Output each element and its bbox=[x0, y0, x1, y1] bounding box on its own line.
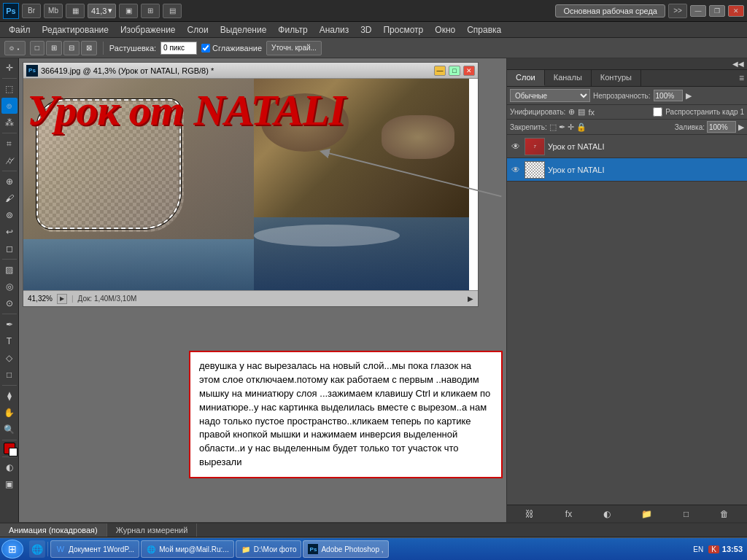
screen-button[interactable]: ▤ bbox=[163, 4, 182, 18]
workspace-button[interactable]: Основная рабочая среда bbox=[555, 4, 665, 18]
menu-layers[interactable]: Слои bbox=[182, 23, 214, 36]
text-tool[interactable]: T bbox=[1, 333, 18, 349]
quick-mask-btn[interactable]: ◐ bbox=[1, 459, 18, 475]
lasso-icon[interactable]: ⌾ ▾ bbox=[4, 41, 26, 55]
unify-style-icon[interactable]: fx bbox=[588, 108, 595, 117]
menu-3d[interactable]: 3D bbox=[355, 23, 377, 36]
pen-tool[interactable]: ✒ bbox=[1, 316, 18, 332]
menu-view[interactable]: Просмотр bbox=[377, 23, 429, 36]
foreground-color[interactable] bbox=[4, 443, 15, 454]
eyedropper-tool[interactable]: ⌭ bbox=[1, 152, 18, 168]
lock-transparent-icon[interactable]: ⬚ bbox=[549, 122, 557, 132]
lasso-tool[interactable]: ⌾ bbox=[1, 98, 18, 114]
history-brush-tool[interactable]: ↩ bbox=[1, 224, 18, 240]
brush-tool[interactable]: 🖌 bbox=[1, 190, 18, 206]
new-group-icon[interactable]: 📁 bbox=[641, 509, 652, 519]
hand-tool[interactable]: ✋ bbox=[1, 405, 18, 421]
fill-arrow[interactable]: ▶ bbox=[738, 122, 744, 132]
view-button[interactable]: ▣ bbox=[119, 4, 138, 18]
quick-select-tool[interactable]: ⁂ bbox=[1, 114, 18, 131]
minibridge-button[interactable]: Mb bbox=[44, 4, 63, 18]
fill-input[interactable] bbox=[707, 121, 736, 133]
opacity-input[interactable] bbox=[654, 90, 683, 101]
taskbar-folder-item[interactable]: 📁 D:\Мои фото bbox=[236, 540, 302, 558]
collapse-button[interactable]: >> bbox=[668, 4, 687, 18]
gradient-tool[interactable]: ▨ bbox=[1, 262, 18, 278]
lang-indicator[interactable]: EN bbox=[691, 545, 705, 553]
doc-close-btn[interactable]: ✕ bbox=[463, 66, 475, 76]
move-tool[interactable]: ✛ bbox=[1, 60, 18, 76]
arrange-button[interactable]: ▦ bbox=[66, 4, 85, 18]
layer-eye-icon[interactable]: 👁 bbox=[510, 141, 522, 152]
scroll-right-btn[interactable]: ▶ bbox=[468, 295, 473, 303]
delete-layer-icon[interactable]: 🗑 bbox=[720, 509, 729, 519]
dodge-tool[interactable]: ⊙ bbox=[1, 295, 18, 311]
layer-eye-icon[interactable]: 👁 bbox=[510, 164, 522, 176]
tab-animation[interactable]: Анимация (покадровая) bbox=[0, 524, 107, 537]
3d-tool[interactable]: ⧫ bbox=[1, 388, 18, 404]
panel-options-btn[interactable]: ≡ bbox=[736, 70, 747, 86]
link-layers-icon[interactable]: ⛓ bbox=[525, 509, 534, 519]
layer-mask-icon[interactable]: ◐ bbox=[603, 509, 611, 519]
new-layer-icon[interactable]: □ bbox=[684, 509, 689, 519]
ie-icon[interactable]: 🌐 bbox=[29, 540, 45, 558]
layer-row[interactable]: 👁 Урок от NATALI bbox=[507, 158, 747, 182]
healing-tool[interactable]: ⊕ bbox=[1, 174, 18, 190]
menu-analysis[interactable]: Анализ bbox=[314, 23, 355, 36]
intersect-selection-btn[interactable]: ⊠ bbox=[81, 41, 97, 55]
feather-input[interactable] bbox=[160, 42, 197, 55]
refine-edge-button[interactable]: Уточн. край... bbox=[266, 41, 322, 55]
tab-measurement-log[interactable]: Журнал измерений bbox=[107, 524, 198, 537]
unify-layer-icon[interactable]: ▤ bbox=[578, 107, 585, 117]
add-selection-btn[interactable]: ⊞ bbox=[46, 41, 62, 55]
taskbar-word-item[interactable]: W Документ 1WordP... bbox=[50, 540, 139, 558]
lock-all-icon[interactable]: 🔒 bbox=[576, 122, 587, 132]
opacity-arrow[interactable]: ▶ bbox=[686, 91, 692, 101]
tab-layers[interactable]: Слои bbox=[507, 70, 545, 86]
layer-row[interactable]: 👁 T Урок от NATALI bbox=[507, 135, 747, 158]
menu-file[interactable]: Файл bbox=[3, 23, 36, 36]
bridge-button[interactable]: Br bbox=[22, 4, 41, 18]
menu-edit[interactable]: Редактирование bbox=[36, 23, 115, 36]
new-selection-btn[interactable]: □ bbox=[30, 41, 44, 55]
subtract-selection-btn[interactable]: ⊟ bbox=[63, 41, 80, 55]
zoom-tool[interactable]: 🔍 bbox=[1, 421, 18, 438]
propagate-checkbox[interactable] bbox=[653, 107, 662, 117]
stamp-tool[interactable]: ⊚ bbox=[1, 207, 18, 223]
taskbar-ps-item[interactable]: Ps Adobe Photoshop , bbox=[303, 540, 388, 558]
screen-mode-btn[interactable]: ▣ bbox=[1, 476, 18, 492]
eraser-tool[interactable]: ◻ bbox=[1, 241, 18, 257]
selection-tool[interactable]: ⬚ bbox=[1, 81, 18, 97]
taskbar-mail-item[interactable]: 🌐 Мой мир@Mail.Ru:... bbox=[141, 540, 234, 558]
zoom-fit-btn[interactable]: ▶ bbox=[57, 294, 67, 304]
menu-select[interactable]: Выделение bbox=[214, 23, 273, 36]
blur-tool[interactable]: ◎ bbox=[1, 279, 18, 295]
shape-tool[interactable]: □ bbox=[1, 367, 18, 383]
close-button[interactable]: ✕ bbox=[728, 5, 744, 17]
path-tool[interactable]: ◇ bbox=[1, 350, 18, 366]
antivirus-icon[interactable]: K bbox=[708, 545, 719, 553]
blend-mode-select[interactable]: Обычные bbox=[510, 89, 590, 102]
tab-channels[interactable]: Каналы bbox=[545, 70, 592, 86]
extra-button[interactable]: ⊞ bbox=[141, 4, 160, 18]
layer-style-icon[interactable]: fx bbox=[565, 509, 572, 519]
zoom-dropdown[interactable]: 41,3 ▾ bbox=[88, 4, 116, 18]
crop-tool[interactable]: ⌗ bbox=[1, 136, 18, 152]
document-titlebar: Ps 366419.jpg @ 41,3% (Урок от NATALI, R… bbox=[23, 63, 478, 79]
start-button[interactable]: ⊞ bbox=[1, 540, 23, 559]
menu-filter[interactable]: Фильтр bbox=[272, 23, 313, 36]
menu-image[interactable]: Изображение bbox=[115, 23, 182, 36]
lock-brush-icon[interactable]: ✒ bbox=[559, 122, 565, 132]
tab-paths[interactable]: Контуры bbox=[592, 70, 641, 86]
menu-window[interactable]: Окно bbox=[429, 23, 461, 36]
panel-collapse-bar[interactable]: ◀◀ bbox=[507, 58, 747, 70]
restore-button[interactable]: ❐ bbox=[709, 5, 725, 17]
doc-minimize-btn[interactable]: — bbox=[434, 66, 446, 76]
menu-help[interactable]: Справка bbox=[461, 23, 507, 36]
doc-canvas[interactable]: Урок от NATALI bbox=[23, 79, 478, 290]
lock-move-icon[interactable]: ✛ bbox=[568, 122, 574, 132]
unify-pos-icon[interactable]: ⊕ bbox=[568, 107, 575, 117]
smooth-checkbox[interactable]: Сглаживание bbox=[201, 44, 262, 52]
doc-restore-btn[interactable]: □ bbox=[449, 66, 460, 76]
minimize-button[interactable]: — bbox=[690, 5, 706, 17]
